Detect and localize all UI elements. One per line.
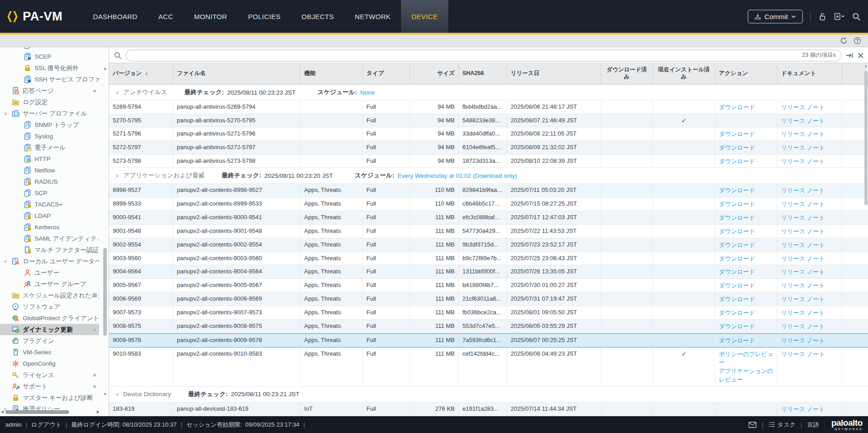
sidebar-item-scep[interactable]: SCEP xyxy=(0,51,99,62)
sidebar-item-http[interactable]: HTTP xyxy=(0,153,99,165)
apply-filter-icon[interactable] xyxy=(845,51,853,60)
scrollbar-thumb[interactable] xyxy=(5,410,69,414)
help-icon[interactable]: ? xyxy=(853,37,861,45)
table-row-9009-9578[interactable]: 9009-9578panupv2-all-contents-9009-9578A… xyxy=(109,333,868,347)
table-row-5269-5794[interactable]: 5269-5794panup-all-antivirus-5269-5794Fu… xyxy=(109,101,868,114)
link-リリース ノート[interactable]: リリース ノート xyxy=(781,104,825,111)
sidebar-item-ライセンス[interactable]: ライセンス xyxy=(0,369,99,381)
sidebar-item-サポート[interactable]: サポート xyxy=(0,381,99,392)
link-ポリシーのプレビュー[interactable]: ポリシーのプレビュー xyxy=(719,350,773,368)
chevron-down-icon[interactable]: ∨ xyxy=(115,391,119,397)
commit-button[interactable]: Commit xyxy=(748,10,803,24)
sidebar-item-ユーザー-グループ[interactable]: ユーザー グループ xyxy=(0,278,99,290)
table-row-5270-5795[interactable]: 5270-5795panup-all-antivirus-5270-5795Fu… xyxy=(109,114,868,127)
column-header-installed[interactable]: 現在インストール済み xyxy=(653,63,715,84)
link-リリース ノート[interactable]: リリース ノート xyxy=(781,255,825,262)
sidebar-item-スケジュール設定されたログ-エクスポート[interactable]: スケジュール設定されたログ エクスポート xyxy=(0,290,99,301)
column-header-type[interactable]: タイプ xyxy=(363,63,410,84)
chevron-down-icon[interactable]: ∨ xyxy=(115,90,119,96)
link-リリース ノート[interactable]: リリース ノート xyxy=(781,337,825,344)
link-ダウンロード[interactable]: ダウンロード xyxy=(719,268,773,277)
table-row-9001-9548[interactable]: 9001-9548panupv2-all-contents-9001-9548A… xyxy=(109,225,868,238)
config-lock-open-icon[interactable] xyxy=(818,12,827,21)
save-config-icon[interactable] xyxy=(834,12,845,21)
sidebar-item-kerberos[interactable]: Kerberos xyxy=(0,222,99,233)
column-header-actions[interactable]: アクション xyxy=(715,63,778,84)
filter-input[interactable] xyxy=(131,52,802,59)
table-row-9003-9560[interactable]: 9003-9560panupv2-all-contents-9003-9560A… xyxy=(109,252,868,266)
section-header-0[interactable]: ∨アンチウイルス最終チェック:2025/08/11 00:23:23 JSTスケ… xyxy=(109,85,868,101)
link-ダウンロード[interactable]: ダウンロード xyxy=(719,130,773,139)
scrollbar-thumb[interactable] xyxy=(103,248,107,336)
link-リリース ノート[interactable]: リリース ノート xyxy=(781,242,825,248)
chevron-down-icon[interactable]: ∨ xyxy=(4,259,7,264)
sidebar-item-ローカル-ユーザー-データベース[interactable]: ∨ローカル ユーザー データベース xyxy=(0,256,99,267)
table-row-5272-5797[interactable]: 5272-5797panup-all-antivirus-5272-5797Fu… xyxy=(109,141,868,155)
scroll-left-icon[interactable]: ◀ xyxy=(1,410,4,414)
sidebar-item-ldap[interactable]: LDAP xyxy=(0,210,99,222)
table-row-9006-9569[interactable]: 9006-9569panupv2-all-contents-9006-9569A… xyxy=(109,292,868,306)
link-リリース ノート[interactable]: リリース ノート xyxy=(781,214,825,221)
link-アプリケーションのレビュー[interactable]: アプリケーションのレビュー xyxy=(719,367,773,384)
tab-acc[interactable]: ACC xyxy=(148,0,184,33)
link-リリース ノート[interactable]: リリース ノート xyxy=(781,201,825,207)
sidebar-item-clipped[interactable] xyxy=(0,47,99,51)
sidebar-item-プラグイン[interactable]: プラグイン xyxy=(0,335,99,347)
link-リリース ノート[interactable]: リリース ノート xyxy=(781,323,825,330)
sidebar-item-ログ設定[interactable]: ログ設定 xyxy=(0,96,99,108)
column-header-downloaded[interactable]: ダウンロード済み xyxy=(601,63,653,84)
tab-policies[interactable]: POLICIES xyxy=(237,0,291,33)
link-リリース ノート[interactable]: リリース ノート xyxy=(781,158,825,165)
column-header-size[interactable]: サイズ xyxy=(410,63,459,84)
section-header-1[interactable]: ∨アプリケーションおよび脅威最終チェック:2025/08/11 00:23:20… xyxy=(109,168,868,184)
column-header-features[interactable]: 機能 xyxy=(301,63,363,84)
link-リリース ノート[interactable]: リリース ノート xyxy=(781,228,825,235)
link-ダウンロード[interactable]: ダウンロード xyxy=(719,255,773,263)
table-row-9008-9575[interactable]: 9008-9575panupv2-all-contents-9008-9575A… xyxy=(109,320,868,333)
sidebar-item-openconfig[interactable]: OpenConfig xyxy=(0,358,99,369)
scroll-up-icon[interactable]: ▲ xyxy=(863,64,868,68)
sidebar-item-サーバー-プロファイル[interactable]: ∨サーバー プロファイル xyxy=(0,108,99,119)
sidebar-item-ユーザー[interactable]: ユーザー xyxy=(0,267,99,278)
sidebar-vertical-scrollbar[interactable]: ▲ ▼ xyxy=(102,66,108,391)
global-search-icon[interactable] xyxy=(852,12,861,21)
link-リリース ノート[interactable]: リリース ノート xyxy=(781,144,825,151)
link-ダウンロード[interactable]: ダウンロード xyxy=(719,309,773,317)
link-ダウンロード[interactable]: ダウンロード xyxy=(719,227,773,236)
column-header-docs[interactable]: ドキュメント xyxy=(778,63,842,84)
sidebar-item-netflow[interactable]: Netflow xyxy=(0,165,99,176)
sidebar-item-ソフトウェア[interactable]: ソフトウェア xyxy=(0,301,99,312)
schedule-link[interactable]: Every Wednesday at 01:02 (Download only) xyxy=(397,172,517,179)
link-ダウンロード[interactable]: ダウンロード xyxy=(719,157,773,166)
scroll-down-icon[interactable]: ▼ xyxy=(102,392,108,396)
tasks-button[interactable]: タスク xyxy=(768,421,796,429)
section-name[interactable]: Device Dictionary xyxy=(123,391,171,398)
sidebar-item-電子メール[interactable]: 電子メール xyxy=(0,142,99,153)
clear-filter-icon[interactable] xyxy=(857,52,864,59)
refresh-icon[interactable] xyxy=(840,37,848,45)
section-name[interactable]: アプリケーションおよび脅威 xyxy=(123,171,205,180)
tab-device[interactable]: DEVICE xyxy=(401,0,448,33)
table-row-9005-9567[interactable]: 9005-9567panupv2-all-contents-9005-9567A… xyxy=(109,279,868,292)
mail-icon[interactable] xyxy=(748,422,757,428)
column-header-sha256[interactable]: SHA256 xyxy=(459,63,507,84)
sidebar-item-マスター-キーおよび診断[interactable]: マスター キーおよび診断 xyxy=(0,392,99,403)
sidebar-item-tacacs+[interactable]: TACACS+ xyxy=(0,199,99,210)
link-リリース ノート[interactable]: リリース ノート xyxy=(781,296,825,302)
sidebar-item-radius[interactable]: RADIUS xyxy=(0,176,99,187)
tab-dashboard[interactable]: DASHBOARD xyxy=(83,0,148,33)
sidebar-item-ダイナミック更新[interactable]: ダイナミック更新 xyxy=(0,324,99,335)
language-button[interactable]: 言語 xyxy=(807,421,819,429)
link-リリース ノート[interactable]: リリース ノート xyxy=(781,351,825,357)
sidebar-item-scp[interactable]: SCP xyxy=(0,187,99,199)
link-リリース ノート[interactable]: リリース ノート xyxy=(781,268,825,275)
table-row-9007-9573[interactable]: 9007-9573panupv2-all-contents-9007-9573A… xyxy=(109,306,868,320)
chevron-down-icon[interactable]: ∨ xyxy=(4,111,7,116)
sidebar-horizontal-scrollbar[interactable]: ◀ ▶ xyxy=(1,409,100,415)
link-ダウンロード[interactable]: ダウンロード xyxy=(719,282,773,290)
sidebar-item-globalprotect-クライアント[interactable]: GlobalProtect クライアント xyxy=(0,312,99,324)
link-ダウンロード[interactable]: ダウンロード xyxy=(719,186,773,195)
filter-field[interactable]: 23 個の項目s xyxy=(125,50,842,61)
column-header-release[interactable]: リリース日 xyxy=(507,63,601,84)
logout-link[interactable]: ログアウト xyxy=(31,421,62,429)
